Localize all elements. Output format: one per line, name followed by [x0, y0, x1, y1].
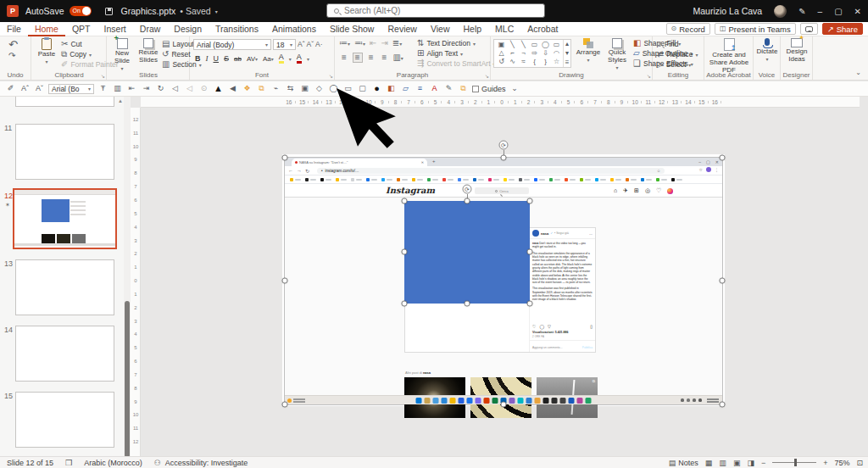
qat-icon[interactable]: ⧉	[458, 85, 469, 92]
shape-gallery-item[interactable]: ▭	[551, 41, 562, 49]
qat-icon[interactable]: ⇥	[141, 85, 152, 92]
shape-gallery-item[interactable]: ◠	[551, 49, 562, 58]
decrease-indent-button[interactable]: ⇤	[370, 39, 376, 47]
shape-gallery-item[interactable]: ¬	[518, 49, 529, 58]
selection-handle[interactable]	[282, 278, 288, 284]
font-name-select[interactable]: Arial (Body)▾	[193, 39, 271, 50]
columns-button[interactable]: ▥▾	[392, 53, 403, 62]
record-button[interactable]: ⊙ Record	[666, 23, 710, 35]
underline-button[interactable]: U	[214, 54, 220, 63]
qat-icon[interactable]: A	[429, 85, 440, 92]
user-avatar[interactable]	[774, 5, 787, 18]
qat-overflow-button[interactable]: ⌄	[509, 85, 520, 92]
ribbon-tab[interactable]: Acrobat	[520, 22, 565, 36]
slide-11-thumbnail[interactable]	[15, 124, 114, 180]
quick-styles-button[interactable]: Quick Styles▾	[603, 38, 632, 70]
qat-icon[interactable]: ❖	[242, 85, 253, 92]
qat-font-select[interactable]: Arial (Bo▾	[48, 84, 94, 94]
italic-button[interactable]: I	[206, 54, 209, 63]
selection-handle[interactable]	[720, 402, 726, 408]
shape-gallery-item[interactable]: ⇨	[529, 49, 540, 58]
image-rotation-handle[interactable]: ⟳	[499, 141, 509, 150]
justify-button[interactable]: ≡	[380, 53, 390, 63]
redo-button[interactable]: ↷	[8, 52, 18, 60]
ribbon-tab[interactable]: View	[424, 22, 457, 36]
shape-selection-handle[interactable]	[527, 249, 533, 255]
slide-13-thumbnail[interactable]	[15, 259, 114, 315]
zoom-out-button[interactable]: −	[761, 459, 765, 467]
bullets-button[interactable]: ≔▾	[339, 39, 350, 47]
change-case-button[interactable]: Aa▾	[263, 55, 274, 63]
qat-icon[interactable]: ◇	[314, 85, 325, 92]
selection-handle[interactable]	[282, 155, 288, 161]
shape-gallery-item[interactable]: ↺	[496, 58, 507, 66]
qat-icon[interactable]: ⊙	[198, 85, 209, 92]
qat-icon[interactable]: ▲	[213, 84, 224, 93]
shape-gallery-item[interactable]: ⌐	[507, 49, 518, 58]
slideshow-button[interactable]: ◨	[747, 459, 754, 467]
shape-gallery-item[interactable]: ☆	[551, 58, 562, 66]
selection-handle[interactable]	[501, 155, 507, 161]
align-center-button[interactable]: ≡	[353, 53, 363, 63]
font-size-select[interactable]: 18▾	[273, 39, 296, 50]
ribbon-tab[interactable]: Review	[381, 22, 423, 36]
shape-gallery-item[interactable]: ▣	[496, 41, 507, 49]
autosave-toggle[interactable]: On	[70, 6, 92, 16]
shape-gallery-item[interactable]: ◯	[540, 41, 551, 49]
clipboard-dialog-launcher[interactable]: ↘	[101, 74, 105, 79]
convert-smartart-button[interactable]: ⇶Convert to SmartArt▾	[417, 58, 496, 69]
character-spacing-button[interactable]: AV▾	[247, 55, 258, 63]
shape-selection-handle[interactable]	[527, 301, 533, 307]
shape-gallery-item[interactable]: △	[496, 49, 507, 58]
shape-gallery-item[interactable]: {	[529, 58, 540, 66]
slide-sorter-view-button[interactable]: ▥	[719, 459, 726, 467]
qat-icon[interactable]: Ŧ	[97, 85, 108, 92]
text-direction-button[interactable]: ⇅Text Direction▾	[417, 38, 496, 48]
undo-button[interactable]: ↶	[8, 39, 18, 50]
user-name[interactable]: Maurizio La Cava	[693, 6, 763, 16]
font-color-button[interactable]: A	[297, 53, 302, 64]
align-right-button[interactable]: ≡	[366, 53, 376, 63]
share-button[interactable]: ↗ Share	[822, 23, 863, 35]
shape-selection-handle[interactable]	[402, 249, 408, 255]
qat-icon[interactable]: ↻	[155, 85, 166, 92]
qat-icon[interactable]: ◀	[227, 85, 238, 92]
grow-font-button[interactable]: Aˆ	[298, 41, 305, 48]
qat-icon[interactable]: ⧉	[256, 85, 267, 92]
zoom-slider-thumb[interactable]	[794, 459, 797, 466]
ribbon-tab[interactable]: Slide Show	[323, 22, 381, 36]
qat-icon[interactable]: Aˆ	[19, 85, 31, 92]
shape-selection-handle[interactable]	[402, 301, 408, 307]
shape-gallery-item[interactable]: ∿	[507, 58, 518, 66]
ribbon-tab[interactable]: QPT	[65, 22, 97, 36]
gallery-scroll[interactable]: ▴▾≡	[563, 40, 570, 67]
ribbon-tab[interactable]: Transitions	[209, 22, 265, 36]
align-text-button[interactable]: ⊞Align Text▾	[417, 48, 496, 58]
selection-handle[interactable]	[282, 402, 288, 408]
shape-selection-handle[interactable]	[402, 198, 408, 204]
zoom-level[interactable]: 75%	[834, 459, 849, 467]
qat-icon[interactable]: Aˇ	[34, 85, 45, 92]
comments-button[interactable]	[800, 23, 818, 35]
font-dialog-launcher[interactable]: ↘	[329, 74, 333, 79]
reuse-slides-button[interactable]: Reuse Slides	[136, 38, 161, 64]
create-pdf-button[interactable]: Create and Share Adobe PDF	[708, 38, 750, 74]
shrink-font-button[interactable]: Aˇ	[307, 41, 314, 48]
increase-indent-button[interactable]: ⇥	[381, 39, 387, 47]
subscript-button[interactable]: ab	[234, 55, 242, 63]
zoom-in-button[interactable]: +	[823, 459, 827, 467]
zoom-slider[interactable]	[772, 462, 816, 463]
qat-icon[interactable]: ◁	[184, 85, 195, 92]
shape-selection-handle[interactable]	[527, 198, 533, 204]
find-button[interactable]: Find	[657, 39, 698, 49]
qat-icon[interactable]: ⌁	[270, 85, 281, 92]
ribbon-tab[interactable]: File	[0, 22, 28, 36]
panel-scrollbar-thumb[interactable]	[125, 301, 130, 458]
ribbon-tab[interactable]: MLC	[488, 22, 520, 36]
shapes-gallery[interactable]: ▣╲╲▭◯▭△⌐¬⇨⇩◠↺∿≈{}☆ ▴▾≡	[493, 39, 571, 68]
selection-handle[interactable]	[501, 402, 507, 408]
spellcheck-icon[interactable]: ❒	[65, 459, 72, 467]
qat-icon[interactable]: ✐	[5, 85, 16, 92]
shape-gallery-item[interactable]: ▭	[529, 41, 540, 49]
selection-handle[interactable]	[720, 155, 726, 161]
